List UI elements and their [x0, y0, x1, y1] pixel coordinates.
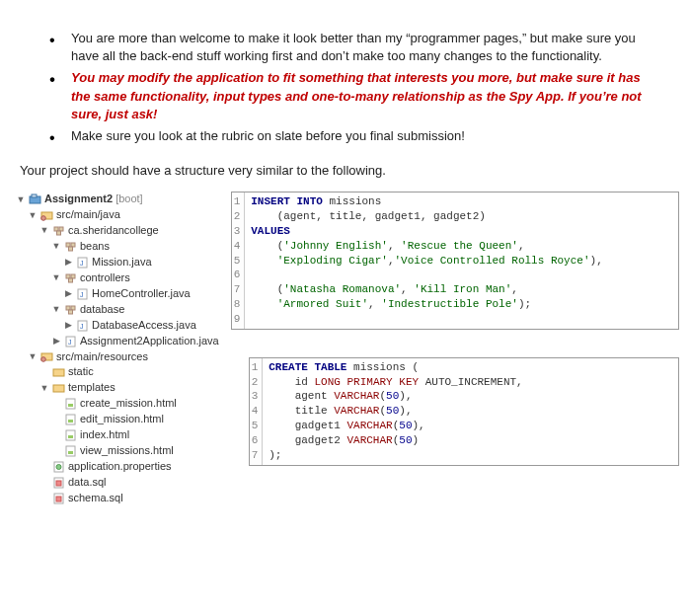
tree-label: DatabaseAccess.java: [92, 318, 196, 334]
lead-paragraph: Your project should have a structure ver…: [20, 163, 679, 178]
svg-rect-17: [66, 306, 70, 310]
svg-rect-26: [53, 369, 64, 376]
source-folder-icon: [40, 209, 53, 221]
svg-text:J: J: [68, 339, 72, 346]
svg-text:J: J: [80, 323, 84, 330]
collapse-icon: ▶: [63, 319, 73, 332]
bullet-item-warning: You may modify the application to fit so…: [41, 69, 659, 123]
svg-rect-8: [71, 243, 75, 247]
tree-file: view_missions.html: [51, 443, 219, 459]
sql-file-icon: [52, 477, 65, 489]
folder-icon: [52, 366, 65, 378]
html-file-icon: [64, 414, 77, 425]
svg-rect-41: [56, 497, 61, 501]
folder-icon: [52, 382, 65, 394]
svg-rect-7: [66, 243, 70, 247]
package-icon: [52, 225, 65, 237]
tree-label: Assignment2: [44, 192, 113, 204]
svg-rect-1: [32, 194, 37, 197]
project-tree: ▼ Assignment2 [boot] ▼ src/main/java ▼ c…: [12, 192, 219, 506]
svg-rect-6: [57, 231, 61, 235]
tree-file: application.properties: [39, 459, 219, 475]
svg-rect-12: [66, 274, 70, 278]
tree-label: edit_mission.html: [80, 412, 164, 427]
java-file-icon: J: [76, 320, 89, 332]
html-file-icon: [64, 398, 77, 410]
tree-file: index.html: [51, 427, 219, 443]
tree-label-suffix: [boot]: [115, 192, 143, 204]
tree-package: ▼ ca.sheridancollege: [39, 223, 219, 239]
svg-rect-9: [69, 247, 73, 251]
html-file-icon: [64, 445, 77, 457]
svg-point-3: [41, 216, 46, 221]
tree-file: ▶ J Assignment2Application.java: [51, 334, 219, 349]
expand-icon: ▼: [51, 240, 61, 253]
tree-file: schema.sql: [39, 491, 219, 506]
tree-label: application.properties: [68, 459, 172, 475]
svg-rect-13: [71, 274, 75, 278]
tree-file: data.sql: [39, 475, 219, 491]
tree-folder: ▼ src/main/resources: [28, 349, 219, 365]
tree-file: create_mission.html: [51, 396, 219, 412]
svg-text:J: J: [80, 260, 84, 267]
line-gutter: 1 2 3 4 5 6 7 8 9: [232, 192, 246, 329]
package-icon: [64, 241, 77, 253]
svg-rect-19: [69, 310, 73, 314]
line-gutter: 1 2 3 4 5 6 7: [250, 358, 264, 465]
svg-rect-29: [68, 404, 73, 407]
expand-icon: ▼: [16, 193, 26, 206]
svg-rect-31: [68, 420, 73, 423]
instruction-list: You are more than welcome to make it loo…: [41, 30, 659, 145]
tree-root: ▼ Assignment2 [boot]: [16, 192, 219, 207]
tree-label: database: [80, 302, 124, 318]
tree-package: ▼ beans: [51, 239, 219, 255]
tree-label: create_mission.html: [80, 396, 177, 412]
tree-file: ▶ J DatabaseAccess.java: [63, 318, 219, 334]
expand-icon: ▼: [39, 382, 49, 395]
collapse-icon: ▶: [51, 335, 61, 347]
tree-label: Assignment2Application.java: [80, 334, 219, 349]
tree-label: templates: [68, 380, 115, 396]
tree-label: controllers: [80, 270, 130, 286]
java-file-icon: J: [76, 288, 89, 300]
tree-label: data.sql: [68, 475, 107, 491]
svg-text:J: J: [80, 291, 84, 298]
package-icon: [64, 272, 77, 284]
source-folder-icon: [40, 350, 53, 362]
svg-rect-35: [68, 451, 73, 454]
package-icon: [64, 304, 77, 316]
code-content: CREATE TABLE missions ( id LONG PRIMARY …: [263, 358, 528, 465]
tree-label: src/main/resources: [56, 349, 148, 365]
tree-label: beans: [80, 239, 110, 255]
tree-label: index.html: [80, 427, 129, 443]
bullet-item: Make sure you look at the rubric on slat…: [41, 127, 659, 145]
code-content: INSERT INTO missions (agent, title, gadg…: [245, 192, 608, 329]
svg-rect-33: [68, 435, 73, 438]
tree-folder: ▼ templates: [39, 380, 219, 396]
svg-rect-18: [71, 306, 75, 310]
tree-folder: static: [39, 364, 219, 380]
expand-icon: ▼: [39, 224, 49, 237]
html-file-icon: [64, 429, 77, 441]
svg-rect-5: [59, 227, 63, 231]
bullet-item: You are more than welcome to make it loo…: [41, 30, 659, 65]
sql-insert-snippet: 1 2 3 4 5 6 7 8 9 INSERT INTO missions (…: [231, 192, 679, 330]
tree-label: view_missions.html: [80, 443, 174, 459]
project-icon: [29, 193, 41, 205]
sql-file-icon: [52, 493, 65, 504]
tree-label: schema.sql: [68, 491, 123, 506]
collapse-icon: ▶: [63, 287, 73, 300]
tree-label: static: [68, 364, 94, 380]
tree-folder: ▼ src/main/java: [28, 207, 219, 223]
expand-icon: ▼: [51, 271, 61, 284]
collapse-icon: ▶: [63, 256, 73, 269]
svg-point-25: [41, 357, 46, 362]
svg-point-37: [56, 465, 61, 470]
expand-icon: ▼: [28, 350, 38, 363]
tree-file: ▶ J HomeController.java: [63, 286, 219, 302]
properties-file-icon: [52, 461, 65, 473]
tree-label: src/main/java: [56, 207, 120, 223]
svg-rect-14: [69, 278, 73, 282]
expand-icon: ▼: [51, 303, 61, 316]
java-file-icon: J: [64, 336, 77, 347]
